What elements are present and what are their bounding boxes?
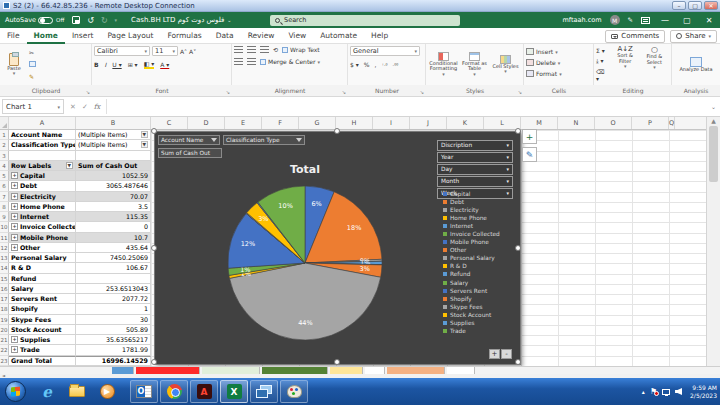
row-number[interactable]: 2 bbox=[0, 140, 9, 150]
row-number[interactable]: 10 bbox=[0, 222, 9, 232]
percent-style-button[interactable]: % bbox=[364, 61, 370, 68]
accounting-format-button[interactable]: $ ▾ bbox=[350, 61, 359, 68]
draw-pen-icon[interactable]: ✎ bbox=[628, 16, 633, 24]
comma-style-button[interactable]: , bbox=[374, 61, 376, 68]
tray-show-hidden-icon[interactable]: ▴ bbox=[642, 388, 645, 395]
dialog-launcher-icon[interactable]: ↘ bbox=[86, 89, 90, 95]
column-header-l[interactable]: L bbox=[484, 117, 521, 129]
row-number[interactable]: 6 bbox=[0, 181, 9, 191]
italic-button[interactable]: I bbox=[105, 61, 107, 68]
cell-b1[interactable]: (Multiple Items)▼ bbox=[76, 130, 151, 140]
chart-elements-button[interactable]: + bbox=[522, 129, 537, 144]
taskbar-clock[interactable]: 9:59 AM 2/5/2023 bbox=[690, 384, 717, 399]
rdp-minimize-button[interactable]: – bbox=[672, 1, 686, 10]
pivot-expand-icon[interactable]: + bbox=[11, 203, 18, 210]
cell-a6[interactable]: +Debt bbox=[9, 181, 76, 191]
pivot-expand-icon[interactable]: + bbox=[11, 172, 18, 179]
analyze-data-button[interactable]: Analyze Data bbox=[674, 57, 718, 72]
avatar[interactable]: M bbox=[610, 15, 620, 25]
formula-input[interactable] bbox=[106, 99, 711, 114]
cell-a19[interactable]: Skype Fees bbox=[9, 315, 76, 325]
cell-b2[interactable]: (Multiple Items)▼ bbox=[76, 140, 151, 150]
increase-decimal-button[interactable]: ⁺·⁰ bbox=[381, 62, 387, 68]
ribbon-tab-formulas[interactable]: Formulas bbox=[160, 28, 208, 44]
underline-button[interactable]: U ▾ bbox=[112, 61, 121, 68]
row-number[interactable]: 11 bbox=[0, 233, 9, 243]
decrease-decimal-button[interactable]: ·⁰⁰ bbox=[393, 62, 399, 68]
taskbar-excel[interactable]: X bbox=[220, 380, 248, 403]
rdp-close-button[interactable]: ✕ bbox=[704, 1, 718, 10]
taskbar-acrobat[interactable]: A bbox=[190, 380, 218, 403]
bold-button[interactable]: B bbox=[94, 61, 99, 68]
font-size-select[interactable]: 11▾ bbox=[152, 46, 178, 56]
vertical-scrollbar[interactable]: ▲ bbox=[706, 117, 720, 366]
conditional-formatting-button[interactable]: Conditional Formatting▾ bbox=[428, 52, 459, 77]
save-icon[interactable] bbox=[72, 16, 80, 24]
cell-a13[interactable]: Personal Salary bbox=[9, 253, 76, 263]
vertical-scrollbar-thumb[interactable] bbox=[709, 126, 718, 182]
cell-b5[interactable]: 1052.59 bbox=[76, 171, 151, 181]
pivot-expand-icon[interactable]: + bbox=[11, 346, 18, 353]
cell-styles-button[interactable]: Cell Styles▾ bbox=[490, 55, 521, 75]
expand-formula-bar-icon[interactable]: ⌄ bbox=[711, 103, 716, 110]
ribbon-tab-data[interactable]: Data bbox=[209, 28, 241, 44]
taskbar-file-explorer[interactable] bbox=[63, 380, 91, 403]
cell-a23[interactable]: Grand Total bbox=[9, 356, 76, 366]
name-box[interactable]: Chart 1▾ bbox=[2, 99, 64, 114]
column-header-c[interactable]: C bbox=[151, 117, 188, 129]
fill-button[interactable]: ⤓ ▾ bbox=[596, 57, 608, 65]
cell-a11[interactable]: +Mobile Phone bbox=[9, 233, 76, 243]
cell-a7[interactable]: +Electricity bbox=[9, 192, 76, 202]
row-number[interactable]: 13 bbox=[0, 253, 9, 263]
dialog-launcher-icon[interactable]: ↘ bbox=[518, 89, 522, 95]
enter-entry-icon[interactable]: ✓ bbox=[82, 103, 88, 111]
wrap-text-button[interactable]: Wrap Text bbox=[282, 46, 320, 53]
account-domain[interactable]: mftaah.com bbox=[562, 16, 601, 24]
taskbar-paint[interactable] bbox=[280, 380, 308, 403]
chart-styles-brush-button[interactable]: ✎ bbox=[522, 147, 537, 162]
autosum-button[interactable]: Σ ▾ bbox=[596, 47, 608, 54]
cell-a9[interactable]: +Internet bbox=[9, 212, 76, 222]
row-number[interactable]: 23 bbox=[0, 356, 9, 366]
column-header-f[interactable]: F bbox=[262, 117, 299, 129]
pivot-expand-icon[interactable]: + bbox=[11, 182, 18, 189]
column-header-b[interactable]: B bbox=[76, 117, 151, 129]
collapse-field-button[interactable]: - bbox=[501, 349, 512, 359]
fill-color-button[interactable]: ◧ ▾ bbox=[144, 60, 155, 69]
column-header-q[interactable]: Q bbox=[669, 117, 675, 129]
cell-b22[interactable]: 1781.99 bbox=[76, 345, 151, 355]
cell-b18[interactable]: 1 bbox=[76, 304, 151, 314]
merge-center-button[interactable]: Merge & Center▾ bbox=[260, 58, 320, 65]
chart-resize-handle[interactable] bbox=[515, 359, 521, 365]
pivot-expand-icon[interactable]: + bbox=[11, 336, 18, 343]
ribbon-tab-help[interactable]: Help bbox=[364, 28, 395, 44]
cell-a15[interactable]: Refund bbox=[9, 274, 76, 284]
cell-a18[interactable]: Shopify bbox=[9, 304, 76, 314]
cell-a14[interactable]: R & D bbox=[9, 263, 76, 273]
network-icon[interactable] bbox=[662, 389, 670, 395]
cell-b12[interactable]: 435.64 bbox=[76, 243, 151, 253]
taskbar-media-player[interactable]: ▶ bbox=[93, 380, 121, 403]
ribbon-tab-file[interactable]: File bbox=[0, 28, 27, 44]
find-select-button[interactable]: ○ Find & Select▾ bbox=[640, 46, 669, 83]
volume-icon[interactable] bbox=[675, 388, 682, 395]
chart-resize-handle[interactable] bbox=[515, 245, 521, 251]
ribbon-display-options-icon[interactable] bbox=[641, 17, 650, 24]
document-title[interactable]: Cash.BH LTD فلوس دوت كوم ⌄ bbox=[131, 16, 231, 24]
copy-button[interactable] bbox=[29, 61, 36, 67]
row-number[interactable]: 1 bbox=[0, 130, 9, 140]
column-header-j[interactable]: J bbox=[410, 117, 447, 129]
pivot-expand-icon[interactable]: + bbox=[11, 193, 18, 200]
column-header-a[interactable]: A bbox=[9, 117, 76, 129]
column-header-e[interactable]: E bbox=[225, 117, 262, 129]
cell-a4[interactable]: Row Labels▼ bbox=[9, 161, 76, 171]
borders-button[interactable]: ⊞ ▾ bbox=[128, 61, 138, 68]
row-number[interactable]: 15 bbox=[0, 274, 9, 284]
column-header-h[interactable]: H bbox=[336, 117, 373, 129]
pie-chart[interactable]: 6%18%0%1%3%44%1%1%12%3%10% bbox=[221, 179, 389, 347]
ribbon-tab-view[interactable]: View bbox=[281, 28, 313, 44]
pivot-expand-icon[interactable]: + bbox=[11, 213, 18, 220]
column-header-k[interactable]: K bbox=[447, 117, 484, 129]
dialog-launcher-icon[interactable]: ↘ bbox=[420, 89, 424, 95]
dialog-launcher-icon[interactable]: ↘ bbox=[342, 89, 346, 95]
